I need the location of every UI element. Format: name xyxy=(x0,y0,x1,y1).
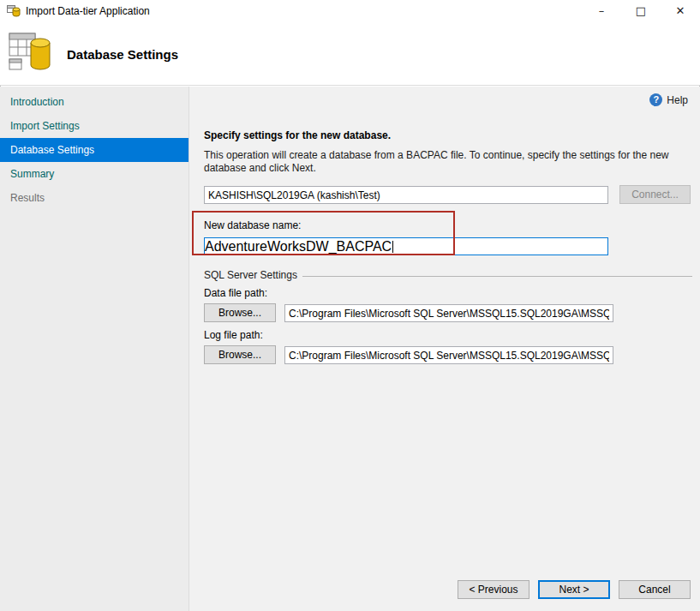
next-button[interactable]: Next > xyxy=(538,580,610,599)
close-button[interactable]: ✕ xyxy=(661,0,700,22)
connect-button: Connect... xyxy=(619,185,691,204)
log-file-path-label: Log file path: xyxy=(204,329,263,341)
window-controls: – □ ✕ xyxy=(582,0,700,22)
log-file-path-input[interactable] xyxy=(284,346,613,364)
sql-server-settings-group: SQL Server Settings xyxy=(204,269,692,281)
window-title: Import Data-tier Application xyxy=(26,5,150,17)
page-title: Database Settings xyxy=(67,47,178,62)
app-icon xyxy=(7,4,21,18)
group-divider-line xyxy=(302,276,692,277)
page-heading: Specify settings for the new database. xyxy=(204,129,391,141)
data-file-path-label: Data file path: xyxy=(204,287,267,299)
server-name-input[interactable] xyxy=(204,186,608,204)
new-database-name-value: AdventureWorksDW_BACPAC xyxy=(205,239,392,255)
help-link[interactable]: ? Help xyxy=(649,93,688,106)
wizard-footer-buttons: < Previous Next > Cancel xyxy=(458,580,691,599)
maximize-button[interactable]: □ xyxy=(621,0,661,22)
new-database-name-input[interactable]: AdventureWorksDW_BACPAC xyxy=(204,237,608,255)
page-description: This operation will create a database fr… xyxy=(204,149,685,175)
sidebar-item-summary[interactable]: Summary xyxy=(0,162,188,186)
data-file-browse-button[interactable]: Browse... xyxy=(204,303,276,322)
main-panel: ? Help Specify settings for the new data… xyxy=(188,87,700,611)
import-data-tier-application-window: Import Data-tier Application – □ ✕ Datab… xyxy=(0,0,700,611)
help-icon: ? xyxy=(649,93,662,106)
minimize-button[interactable]: – xyxy=(582,0,621,22)
log-file-browse-button[interactable]: Browse... xyxy=(204,345,276,364)
wizard-steps-sidebar: Introduction Import Settings Database Se… xyxy=(0,87,188,611)
sidebar-item-results: Results xyxy=(0,186,188,210)
database-settings-icon xyxy=(9,33,55,77)
sql-server-settings-label: SQL Server Settings xyxy=(204,269,297,281)
cancel-button[interactable]: Cancel xyxy=(619,580,691,599)
title-bar: Import Data-tier Application – □ ✕ xyxy=(0,0,700,22)
wizard-header: Database Settings xyxy=(0,22,700,86)
previous-button[interactable]: < Previous xyxy=(458,580,529,599)
sidebar-item-database-settings[interactable]: Database Settings xyxy=(0,138,188,162)
sidebar-item-import-settings[interactable]: Import Settings xyxy=(0,114,188,138)
text-caret xyxy=(392,241,393,253)
sidebar-item-introduction[interactable]: Introduction xyxy=(0,90,188,114)
help-label: Help xyxy=(667,94,688,106)
data-file-path-input[interactable] xyxy=(284,304,613,322)
new-database-name-label: New database name: xyxy=(204,219,301,231)
